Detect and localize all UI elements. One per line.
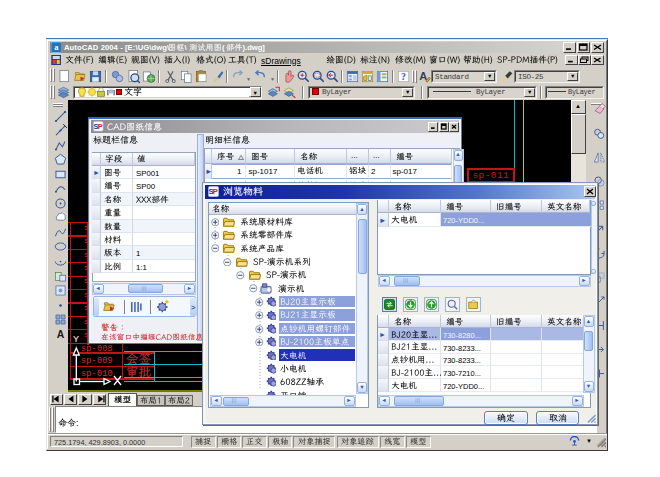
svg-text:?: ? [401,71,406,82]
svg-text:P: P [212,187,217,196]
svg-text:P: P [98,122,103,131]
svg-text:Y: Y [73,334,79,344]
svg-text:A: A [56,329,64,340]
